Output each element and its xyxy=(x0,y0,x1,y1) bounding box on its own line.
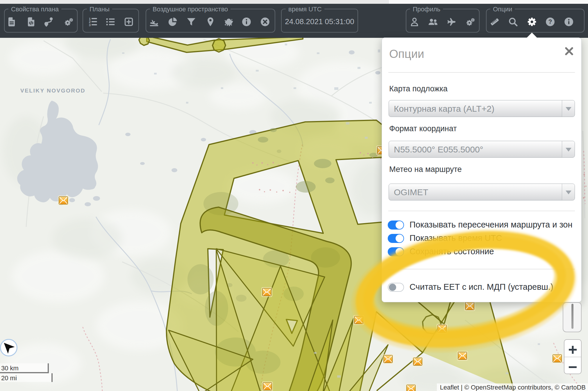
svg-text:3: 3 xyxy=(89,23,91,27)
svg-text:VELIKY NOVGOROD: VELIKY NOVGOROD xyxy=(20,88,85,94)
svg-text:?: ? xyxy=(548,18,552,25)
